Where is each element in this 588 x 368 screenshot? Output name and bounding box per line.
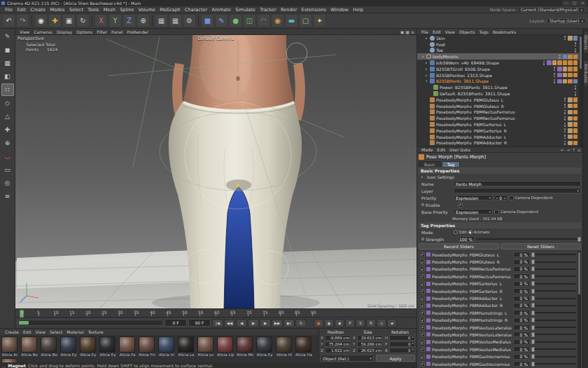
tan-tag-icon[interactable]	[568, 116, 573, 121]
priority-dropdown[interactable]: Expression ▾	[454, 195, 493, 200]
tan-tag-icon[interactable]	[568, 122, 573, 127]
viewport-menu-options[interactable]: Options	[74, 29, 94, 34]
visibility-dots[interactable]	[564, 128, 566, 132]
render-visibility-dot[interactable]	[543, 63, 545, 65]
menu-tools[interactable]: Tools	[85, 7, 101, 13]
goto-start-button[interactable]: |◀	[212, 319, 223, 327]
morph-slider-row[interactable]: ✓PosebodyMorphs_PBMSartorius_L0 %	[419, 280, 581, 287]
object-row[interactable]: ▸Skin	[417, 35, 582, 41]
render-visibility-dot[interactable]	[564, 107, 566, 109]
morph-checkbox[interactable]: ✓	[420, 311, 425, 315]
record-keyframe-button[interactable]: ●	[314, 319, 323, 327]
render-visibility-dot[interactable]	[554, 76, 556, 78]
enable-checkbox[interactable]: ✓	[458, 203, 463, 207]
morph-checkbox[interactable]: ✓	[420, 332, 425, 337]
om-menu-view[interactable]: View	[443, 29, 457, 34]
tan-tag-icon[interactable]	[563, 67, 568, 71]
keyframe-dot-icon[interactable]	[421, 203, 424, 206]
start-frame-field[interactable]: 0 F	[164, 319, 187, 327]
record-scale-button[interactable]: S	[356, 319, 365, 327]
tweak-mode-icon[interactable]: ✚	[1, 123, 14, 136]
menu-mograph[interactable]: MoGraph	[158, 7, 183, 13]
editor-visibility-dot[interactable]	[575, 42, 577, 44]
visibility-dots[interactable]	[564, 97, 566, 102]
morph-value-field[interactable]: 0 %	[513, 266, 530, 272]
material-item[interactable]: Alicia Hi	[276, 336, 293, 357]
editor-visibility-dot[interactable]	[564, 141, 566, 143]
morph-slider[interactable]	[531, 361, 576, 367]
material-item[interactable]: Alicia Ha	[295, 336, 312, 357]
material-menu-select[interactable]: Select	[48, 329, 65, 334]
base-priority-dropdown[interactable]: Expression ▾	[454, 209, 493, 214]
orange-tag-icon[interactable]	[573, 97, 578, 102]
orange-tag-icon[interactable]	[573, 110, 578, 115]
camera-icon[interactable]: ▢	[299, 14, 312, 27]
morph-value-field[interactable]: 0 %	[513, 303, 530, 308]
coord-field-size-x[interactable]: 19.613 cm	[357, 335, 383, 341]
render-visibility-dot[interactable]	[554, 81, 556, 83]
slider-handle[interactable]	[531, 318, 535, 322]
priority-spinner[interactable]: ◂0▸	[494, 195, 507, 200]
morph-slider[interactable]	[531, 280, 576, 287]
object-row[interactable]: PosebodyMorphs_PBMGluteus_L	[417, 97, 582, 103]
object-row[interactable]: ▾bodyMorphs	[417, 53, 582, 60]
morph-checkbox[interactable]: ✓	[420, 354, 425, 359]
morph-slider[interactable]	[531, 259, 576, 265]
render-visibility-dot[interactable]	[564, 100, 566, 102]
coord-field-rotation-b[interactable]: 0 °	[389, 348, 415, 353]
object-row[interactable]: PosebodyMorphs_PBMAdductor_L	[417, 134, 582, 140]
menu-render[interactable]: Render	[279, 7, 300, 13]
slider-handle[interactable]	[531, 347, 535, 352]
coordinate-system-icon[interactable]: ⊕	[136, 14, 150, 27]
tan-tag-icon[interactable]	[568, 36, 573, 41]
record-pla-button[interactable]: ▰	[387, 319, 397, 327]
material-thumbnail[interactable]	[276, 336, 292, 353]
material-menu-create[interactable]: Create	[3, 329, 21, 334]
editor-visibility-dot[interactable]	[564, 123, 566, 125]
visibility-dots[interactable]	[564, 36, 566, 40]
render-visibility-dot[interactable]	[575, 45, 577, 47]
menu-create[interactable]: Create	[28, 7, 48, 13]
solo-mode-icon[interactable]: ◎	[1, 177, 14, 189]
slider-handle[interactable]	[531, 296, 535, 301]
scrollbar-thumb[interactable]	[580, 36, 582, 69]
mode-animate-radio[interactable]	[468, 230, 472, 234]
render-visibility-dot[interactable]	[564, 125, 566, 127]
render-visibility-dot[interactable]	[564, 118, 566, 121]
coord-field-size-y[interactable]: 59.288 cm	[357, 341, 383, 347]
morph-slider-row[interactable]: ✓PosebodyMorphs_PBMVastusLateralus_R0 %	[419, 331, 581, 338]
material-thumbnail[interactable]	[197, 336, 214, 353]
object-row[interactable]: Default: B25SBPants_3911.Shape	[417, 90, 582, 97]
tan-tag-icon[interactable]	[568, 128, 573, 133]
attr-menu-user-data[interactable]: User Data	[447, 147, 472, 152]
visibility-dots[interactable]	[554, 73, 556, 77]
object-row[interactable]: PosebodyMorphs_PBMAdductor_R	[417, 140, 582, 146]
record-position-button[interactable]: P	[345, 319, 355, 327]
record-rotation-button[interactable]: R	[366, 319, 376, 327]
menu-extensions[interactable]: Extensions	[299, 7, 328, 13]
timeline-range-slider[interactable]	[18, 320, 163, 326]
orange-tag-icon[interactable]	[563, 60, 568, 65]
material-thumbnail[interactable]	[217, 336, 233, 353]
render-visibility-dot[interactable]	[575, 88, 577, 90]
render-visibility-dot[interactable]	[575, 50, 577, 53]
orange-tag-icon[interactable]	[573, 73, 578, 78]
polygons-mode-icon[interactable]: △	[1, 110, 14, 123]
tan-tag-icon[interactable]	[552, 60, 557, 65]
layer-field[interactable]: ▾	[454, 188, 581, 193]
strength-value-field[interactable]: 100 %	[458, 236, 475, 242]
slider-handle[interactable]	[531, 325, 535, 330]
visibility-dots[interactable]	[575, 86, 577, 90]
object-row[interactable]: PosebodyMorphs_PBMGluteus_R	[417, 103, 582, 109]
editor-visibility-dot[interactable]	[564, 135, 566, 137]
orange-tag-icon[interactable]	[568, 60, 573, 65]
editor-visibility-dot[interactable]	[564, 116, 566, 118]
object-row[interactable]: PosebodyMorphs_PBMRectusFemorus_R	[417, 115, 582, 121]
material-thumbnail[interactable]	[237, 336, 253, 353]
morph-value-field[interactable]: 0 %	[513, 318, 530, 323]
blue-tag-icon[interactable]	[573, 79, 578, 84]
material-thumbnail[interactable]	[21, 336, 37, 353]
morph-checkbox[interactable]: ✓	[420, 362, 425, 367]
transform-space-dropdown[interactable]: Object (Rel.) ▾	[321, 355, 374, 362]
editor-visibility-dot[interactable]	[554, 79, 556, 81]
